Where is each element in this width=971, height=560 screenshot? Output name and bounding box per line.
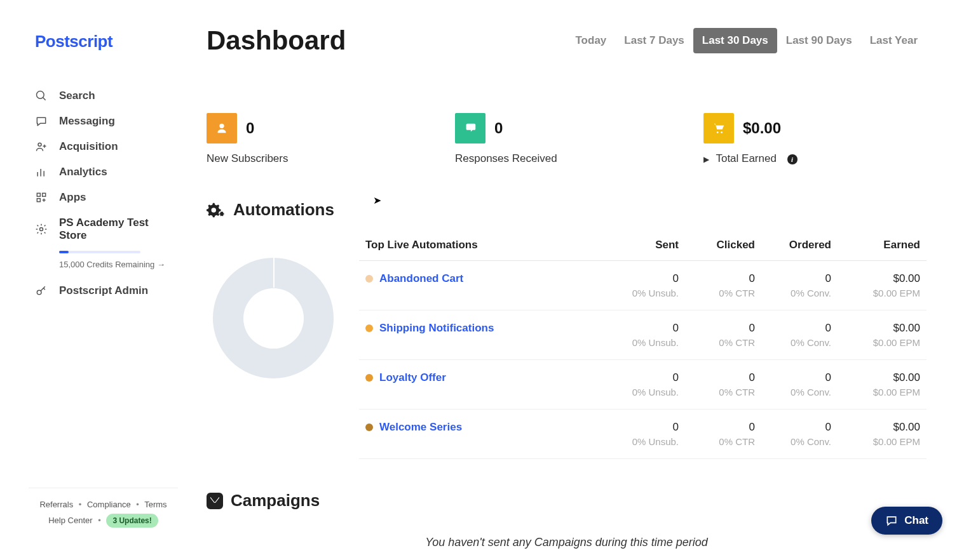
cell-sent-sub: 0% Unsub. [602, 337, 679, 348]
key-icon [35, 284, 48, 297]
sidebar-item-store[interactable]: PS Academy Test Store [35, 210, 178, 248]
automations-body: Top Live Automations Sent Clicked Ordere… [207, 239, 927, 459]
chat-bubble-icon [35, 115, 48, 128]
svg-rect-10 [37, 199, 40, 202]
time-filter-today[interactable]: Today [566, 28, 615, 53]
svg-line-1 [43, 98, 46, 100]
time-filter-last-7-days[interactable]: Last 7 Days [615, 28, 693, 53]
series-color-dot [365, 275, 373, 283]
cell-ordered: 0 [755, 272, 831, 285]
table-row: Loyalty Offer00% Unsub.00% CTR00% Conv.$… [359, 360, 927, 410]
series-color-dot [365, 423, 373, 431]
campaigns-section: Campaigns You haven't sent any Campaigns… [207, 491, 927, 560]
automations-donut-chart [207, 239, 340, 459]
cell-sent-sub: 0% Unsub. [602, 288, 679, 298]
sidebar-item-analytics[interactable]: Analytics [35, 159, 178, 185]
stat-value: 0 [494, 119, 503, 137]
cell-clicked-sub: 0% CTR [679, 288, 755, 298]
stat-new-subscribers: 0 New Subscribers [207, 113, 430, 165]
main-content: Dashboard Today Last 7 Days Last 30 Days… [191, 0, 971, 560]
cell-earned-sub: $0.00 EPM [831, 387, 920, 397]
bar-chart-icon [35, 166, 48, 178]
cell-ordered-sub: 0% Conv. [755, 288, 831, 298]
sidebar-item-label: Search [59, 90, 95, 102]
svg-point-15 [717, 131, 719, 133]
sidebar-item-label: Analytics [59, 166, 107, 178]
user-plus-icon [35, 140, 48, 153]
col-header-clicked: Clicked [679, 239, 755, 251]
gear-icon [35, 223, 48, 236]
cell-clicked: 0 [679, 421, 755, 434]
expand-caret-icon: ▶ [703, 155, 709, 164]
stat-label: Responses Received [455, 152, 678, 165]
table-row: Shipping Notifications00% Unsub.00% CTR0… [359, 310, 927, 360]
cell-earned-sub: $0.00 EPM [831, 288, 920, 298]
cell-clicked-sub: 0% CTR [679, 436, 755, 447]
updates-badge[interactable]: 3 Updates! [106, 514, 158, 528]
sidebar-item-label: Postscript Admin [59, 284, 148, 297]
page-title: Dashboard [207, 25, 346, 56]
cell-clicked: 0 [679, 272, 755, 285]
footer-link-referrals[interactable]: Referrals [39, 500, 73, 509]
campaigns-heading: Campaigns [207, 491, 927, 510]
footer-link-help-center[interactable]: Help Center [48, 516, 92, 525]
svg-point-0 [37, 91, 44, 99]
automation-link[interactable]: Shipping Notifications [379, 322, 494, 335]
envelope-icon [207, 493, 223, 509]
svg-point-16 [721, 131, 723, 133]
cell-ordered-sub: 0% Conv. [755, 337, 831, 348]
sidebar-item-search[interactable]: Search [35, 83, 178, 109]
footer-link-terms[interactable]: Terms [144, 500, 166, 509]
sidebar-item-apps[interactable]: Apps [35, 185, 178, 210]
stats-row: 0 New Subscribers 0 Responses Received [207, 113, 927, 165]
automations-heading: Automations [207, 200, 927, 220]
gears-icon [207, 201, 226, 220]
cell-earned: $0.00 [831, 371, 920, 384]
info-icon[interactable]: i [787, 154, 798, 164]
time-filter-last-year[interactable]: Last Year [861, 28, 927, 53]
svg-rect-8 [37, 193, 40, 196]
cell-earned: $0.00 [831, 421, 920, 434]
cell-earned-sub: $0.00 EPM [831, 436, 920, 447]
stat-total-earned: $0.00 ▶ Total Earned i [703, 113, 927, 165]
stat-label: New Subscribers [207, 152, 430, 165]
automation-link[interactable]: Abandoned Cart [379, 272, 463, 285]
table-header: Top Live Automations Sent Clicked Ordere… [359, 239, 927, 261]
sidebar-item-label: PS Academy Test Store [59, 217, 178, 242]
cell-clicked: 0 [679, 371, 755, 384]
cell-clicked: 0 [679, 322, 755, 335]
cell-ordered: 0 [755, 421, 831, 434]
col-header-earned: Earned [831, 239, 920, 251]
cell-sent: 0 [602, 371, 679, 384]
footer-link-compliance[interactable]: Compliance [87, 500, 131, 509]
cell-earned-sub: $0.00 EPM [831, 337, 920, 348]
chat-icon [885, 514, 898, 527]
credits-remaining-text[interactable]: 15,000 Credits Remaining → [59, 260, 178, 269]
stat-label-total-earned[interactable]: ▶ Total Earned i [703, 152, 927, 165]
time-filter-last-90-days[interactable]: Last 90 Days [777, 28, 861, 53]
chat-widget-button[interactable]: Chat [871, 507, 942, 535]
cell-ordered-sub: 0% Conv. [755, 387, 831, 397]
sidebar-item-messaging[interactable]: Messaging [35, 109, 178, 134]
user-icon [207, 113, 237, 143]
automation-link[interactable]: Loyalty Offer [379, 371, 446, 384]
cell-ordered: 0 [755, 371, 831, 384]
svg-point-2 [38, 143, 41, 146]
automation-link[interactable]: Welcome Series [379, 421, 462, 434]
automations-table: Top Live Automations Sent Clicked Ordere… [359, 239, 927, 459]
time-filter-last-30-days[interactable]: Last 30 Days [693, 28, 777, 53]
cell-clicked-sub: 0% CTR [679, 337, 755, 348]
brand-logo[interactable]: Postscript [35, 32, 178, 51]
sidebar-footer: Referrals • Compliance • Terms Help Cent… [29, 488, 178, 531]
time-filter: Today Last 7 Days Last 30 Days Last 90 D… [566, 28, 927, 53]
series-color-dot [365, 324, 373, 332]
cell-sent-sub: 0% Unsub. [602, 387, 679, 397]
apps-grid-icon [35, 191, 48, 204]
search-icon [35, 90, 48, 102]
sidebar-item-acquisition[interactable]: Acquisition [35, 134, 178, 159]
stat-responses-received: 0 Responses Received [455, 113, 678, 165]
stat-value: 0 [246, 119, 254, 137]
cell-sent: 0 [602, 421, 679, 434]
table-row: Abandoned Cart00% Unsub.00% CTR00% Conv.… [359, 261, 927, 310]
sidebar-item-admin[interactable]: Postscript Admin [35, 278, 178, 303]
